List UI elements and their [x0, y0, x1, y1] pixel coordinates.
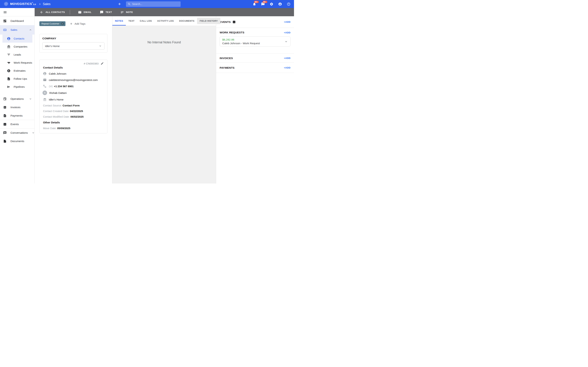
tag-chip[interactable]: Repeat Customer — [39, 21, 65, 26]
svg-text:$: $ — [8, 70, 9, 72]
sidebar-item-estimates[interactable]: $ Estimates — [2, 67, 32, 75]
brand-wordmark: MOVEGISTICS ® 5.0 — [10, 2, 36, 6]
sidebar-item-dashboard[interactable]: Dashboard — [0, 17, 35, 25]
field-value: 05/09/2025 — [57, 127, 70, 130]
sidebar-item-label: Documents — [10, 140, 32, 143]
contact-field-row: Contact Source:Contact Form — [43, 104, 104, 107]
text-button-label: TEXT — [105, 11, 112, 13]
sidebar-item-label: Events — [10, 123, 32, 126]
sidebar-item-events[interactable]: Events — [0, 120, 35, 128]
contact-email[interactable]: calebtestmovingpros@movingprotest.com — [49, 78, 98, 82]
add-tags-button[interactable]: Add Tags — [70, 22, 85, 25]
chevron-down-icon[interactable] — [29, 97, 32, 100]
chevron-up-icon[interactable] — [29, 28, 32, 32]
tags-row: Repeat Customer Add Tags — [39, 21, 107, 26]
contact-phone[interactable]: +1 234 567 8901 — [54, 85, 74, 88]
field-label: Contact Created Date: — [43, 109, 69, 113]
sidebar-item-invoices[interactable]: $ Invoices — [0, 103, 35, 111]
work-request-item[interactable]: $6,282.86 Caleb Johnson - Work Request — [220, 36, 291, 47]
events-section: EVENTS +ADD — [216, 16, 294, 28]
dashboard-icon — [3, 19, 7, 23]
contact-phone-row: (M) +1 234 567 8901 — [43, 84, 104, 88]
contact-email-row: calebtestmovingpros@movingprotest.com — [43, 78, 104, 82]
sidebar-item-label: Leads — [14, 53, 31, 56]
tab-documents[interactable]: DOCUMENTS — [177, 16, 197, 25]
messages-button[interactable]: 99+ — [261, 2, 265, 6]
payments-icon: $ — [3, 114, 7, 117]
search-bar[interactable] — [126, 1, 181, 7]
sidebar-item-label: Work Requests — [14, 61, 32, 64]
sidebar-spacer — [0, 91, 35, 95]
sales-icon: $ — [3, 28, 7, 32]
contact-field-row: Contact Created Date:04/22/2025 — [43, 109, 104, 113]
sidebar-item-conversations[interactable]: Conversations — [0, 129, 35, 137]
tag-remove-button[interactable] — [61, 22, 64, 25]
app-root: MOVEGISTICS ® 5.0 Sales — [0, 0, 294, 184]
invoices-section: INVOICES +ADD — [216, 54, 294, 63]
phone-icon — [43, 84, 47, 88]
help-button[interactable]: ? — [287, 2, 291, 6]
contact-summary-column: Repeat Customer Add Tags COMPANY — [35, 16, 112, 184]
company-select[interactable]: Idler's Home — [42, 42, 104, 50]
text-icon — [100, 10, 104, 14]
company-select-value: Idler's Home — [45, 45, 99, 48]
tab-call-log[interactable]: CALL LOG — [137, 16, 155, 25]
sidebar-item-pipelines[interactable]: Pipelines — [2, 83, 32, 91]
sidebar-item-operations[interactable]: Operations — [0, 95, 35, 103]
sidebar-item-label: Sales — [10, 28, 25, 32]
sidebar: Dashboard $ Sales Contacts Companies — [0, 8, 35, 184]
notifications-button[interactable]: 99+ — [252, 2, 256, 6]
sidebar-item-work-requests[interactable]: Work Requests — [2, 59, 32, 67]
events-icon — [3, 123, 7, 126]
sidebar-item-documents[interactable]: Documents — [0, 137, 35, 145]
email-button-label: EMAIL — [84, 11, 92, 13]
brand-group[interactable]: MOVEGISTICS ® 5.0 — [3, 1, 36, 7]
brand-name: MOVEGISTICS — [10, 2, 32, 6]
sidebar-item-follow-ups[interactable]: Follow Ups — [2, 75, 32, 83]
settings-button[interactable] — [270, 2, 273, 6]
phone-type-label: (M) — [49, 85, 53, 88]
sidebar-item-sales[interactable]: $ Sales — [0, 25, 35, 35]
tag-label: Repeat Customer — [42, 22, 59, 25]
field-value: 04/22/2025 — [70, 109, 83, 113]
documents-icon — [3, 140, 7, 143]
note-icon — [121, 10, 124, 14]
header-center — [118, 1, 181, 7]
tab-notes[interactable]: NOTES — [112, 16, 126, 25]
invoices-add-button[interactable]: +ADD — [284, 57, 291, 59]
account-button[interactable] — [278, 2, 282, 6]
back-to-all-contacts-button[interactable]: ALL CONTACTS — [40, 10, 65, 14]
invoices-title: INVOICES — [220, 57, 233, 60]
plus-icon[interactable] — [118, 2, 121, 6]
note-button[interactable]: NOTE — [121, 10, 133, 14]
field-label: Contact Modified Date: — [43, 115, 70, 118]
search-input[interactable] — [132, 3, 179, 5]
sidebar-item-leads[interactable]: Leads — [2, 51, 32, 59]
calendar-icon[interactable] — [232, 20, 236, 24]
invoices-icon: $ — [3, 106, 7, 109]
email-button[interactable]: EMAIL — [78, 10, 92, 14]
sidebar-menu-toggle[interactable] — [0, 8, 35, 17]
contact-name: Caleb Johnson — [49, 72, 66, 75]
chevron-down-icon[interactable] — [32, 131, 35, 134]
add-tags-label: Add Tags — [75, 22, 85, 25]
work-requests-add-button[interactable]: +ADD — [284, 31, 291, 34]
work-request-amount: $6,282.86 — [222, 38, 260, 41]
note-button-label: NOTE — [126, 11, 133, 13]
tab-field-history[interactable]: FIELD HISTORY — [197, 18, 220, 24]
sidebar-item-companies[interactable]: Companies — [2, 43, 32, 51]
related-panel: EVENTS +ADD WORK REQUESTS +ADD $6,282 — [216, 16, 294, 184]
payments-add-button[interactable]: +ADD — [284, 67, 291, 69]
text-button[interactable]: TEXT — [100, 10, 112, 14]
tab-text[interactable]: TEXT — [126, 16, 137, 25]
logo-icon — [3, 1, 9, 7]
events-add-button[interactable]: +ADD — [284, 21, 291, 23]
events-title: EVENTS — [220, 20, 231, 24]
edit-pencil-icon[interactable] — [101, 62, 104, 65]
chevron-down-icon[interactable] — [284, 40, 288, 43]
sidebar-item-payments[interactable]: $ Payments — [0, 111, 35, 120]
email-icon — [43, 78, 47, 82]
tab-activity-log[interactable]: ACTIVITY LOG — [155, 16, 177, 25]
sidebar-item-contacts[interactable]: Contacts — [2, 35, 32, 43]
sidebar-item-label: Contacts — [14, 37, 31, 40]
